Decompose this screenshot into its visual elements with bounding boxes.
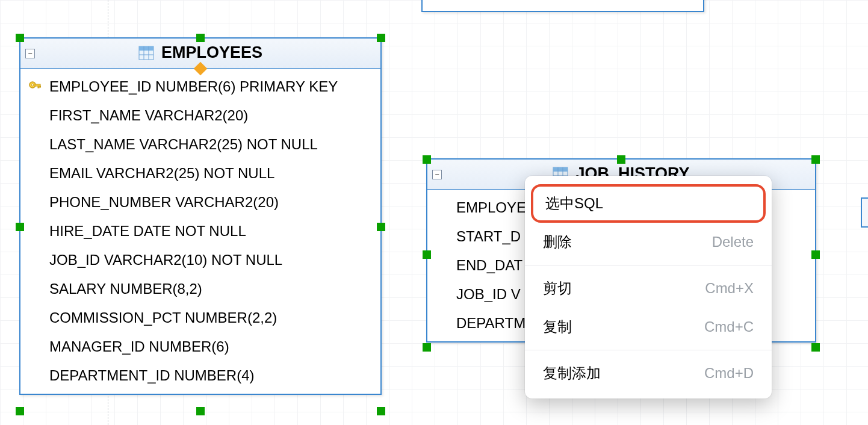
column-row[interactable]: EMAIL VARCHAR2(25) NOT NULL xyxy=(20,159,380,188)
collapse-icon[interactable]: − xyxy=(25,49,35,58)
resize-handle[interactable] xyxy=(196,407,205,415)
collapse-icon[interactable]: − xyxy=(432,170,442,179)
context-menu[interactable]: 选中SQL删除Delete剪切Cmd+X复制Cmd+C复制添加Cmd+D xyxy=(525,176,772,399)
menu-item-label: 剪切 xyxy=(543,279,572,298)
resize-handle[interactable] xyxy=(377,407,385,415)
resize-handle[interactable] xyxy=(811,250,820,259)
column-row[interactable]: LAST_NAME VARCHAR2(25) NOT NULL xyxy=(20,130,380,159)
column-text: COMMISSION_PCT NUMBER(2,2) xyxy=(49,309,277,326)
column-row[interactable]: JOB_ID VARCHAR2(10) NOT NULL xyxy=(20,246,380,275)
entity-box-fragment[interactable] xyxy=(861,197,868,228)
column-text: HIRE_DATE DATE NOT NULL xyxy=(49,223,246,240)
column-text: PHONE_NUMBER VARCHAR2(20) xyxy=(49,194,279,211)
column-row[interactable]: HIRE_DATE DATE NOT NULL xyxy=(20,217,380,246)
column-text: FIRST_NAME VARCHAR2(20) xyxy=(49,107,248,124)
entity-box-partial[interactable]: COLUMN_X VARCHAR2(2) DEFAULT dd xyxy=(421,0,704,12)
menu-item[interactable]: 剪切Cmd+X xyxy=(525,269,772,308)
resize-handle[interactable] xyxy=(617,155,625,164)
resize-handle[interactable] xyxy=(423,250,431,259)
column-text: JOB_ID VARCHAR2(10) NOT NULL xyxy=(49,252,282,268)
menu-separator xyxy=(525,350,772,350)
column-row[interactable]: COMMISSION_PCT NUMBER(2,2) xyxy=(20,303,380,332)
svg-rect-11 xyxy=(553,167,568,172)
column-text: JOB_ID V xyxy=(456,286,521,303)
resize-handle[interactable] xyxy=(16,34,24,42)
menu-item[interactable]: 复制添加Cmd+D xyxy=(525,354,772,392)
resize-handle[interactable] xyxy=(16,407,24,415)
menu-separator xyxy=(525,265,772,265)
column-text: SALARY NUMBER(8,2) xyxy=(49,281,202,297)
resize-handle[interactable] xyxy=(377,223,385,231)
menu-item-label: 复制 xyxy=(543,317,572,337)
column-text: DEPARTMENT_ID NUMBER(4) xyxy=(49,367,254,384)
key-icon xyxy=(26,80,43,93)
column-text: EMPLOYEE_ID NUMBER(6) PRIMARY KEY xyxy=(49,78,338,95)
entity-box-employees[interactable]: − EMPLOYEES EMPLOYEE_ID NUMBER(6) PRIMAR… xyxy=(19,37,382,395)
column-row[interactable]: MANAGER_ID NUMBER(6) xyxy=(20,332,380,361)
column-text: EMAIL VARCHAR2(25) NOT NULL xyxy=(49,165,274,182)
menu-item[interactable]: 复制Cmd+C xyxy=(525,308,772,346)
menu-item-label: 删除 xyxy=(543,232,572,252)
menu-item-shortcut: Cmd+X xyxy=(705,280,754,297)
resize-handle[interactable] xyxy=(196,34,205,42)
menu-item-shortcut: Delete xyxy=(712,234,754,250)
menu-item-select-sql[interactable]: 选中SQL xyxy=(531,184,766,223)
column-text: MANAGER_ID NUMBER(6) xyxy=(49,338,229,355)
resize-handle[interactable] xyxy=(811,155,820,164)
svg-rect-1 xyxy=(139,46,153,51)
column-row[interactable]: EMPLOYEE_ID NUMBER(6) PRIMARY KEY xyxy=(20,72,380,101)
entity-columns: EMPLOYEE_ID NUMBER(6) PRIMARY KEYFIRST_N… xyxy=(20,69,380,394)
column-row[interactable]: PHONE_NUMBER VARCHAR2(20) xyxy=(20,188,380,217)
table-icon xyxy=(138,46,154,60)
column-row[interactable]: FIRST_NAME VARCHAR2(20) xyxy=(20,101,380,130)
column-row[interactable]: DEPARTMENT_ID NUMBER(4) xyxy=(20,361,380,390)
resize-handle[interactable] xyxy=(423,343,431,352)
column-text: END_DAT xyxy=(456,257,522,274)
entity-title: EMPLOYEES xyxy=(161,43,262,62)
resize-handle[interactable] xyxy=(377,34,385,42)
column-row[interactable]: SALARY NUMBER(8,2) xyxy=(20,275,380,303)
column-text: DEPARTM xyxy=(456,315,525,332)
svg-point-6 xyxy=(31,84,34,86)
svg-rect-9 xyxy=(40,86,41,87)
column-text: START_D xyxy=(456,228,521,245)
entity-header[interactable]: − EMPLOYEES xyxy=(20,39,380,69)
menu-item-shortcut: Cmd+C xyxy=(704,318,754,335)
menu-item-label: 复制添加 xyxy=(543,364,601,383)
resize-handle[interactable] xyxy=(423,155,431,164)
resize-handle[interactable] xyxy=(16,223,24,231)
column-text: LAST_NAME VARCHAR2(25) NOT NULL xyxy=(49,136,318,153)
resize-handle[interactable] xyxy=(811,343,820,352)
column-text: EMPLOYE xyxy=(456,199,526,216)
menu-item[interactable]: 删除Delete xyxy=(525,223,772,261)
svg-rect-8 xyxy=(38,86,39,88)
menu-item-shortcut: Cmd+D xyxy=(704,365,754,382)
column-row: COLUMN_X VARCHAR2(2) DEFAULT dd xyxy=(423,0,703,5)
